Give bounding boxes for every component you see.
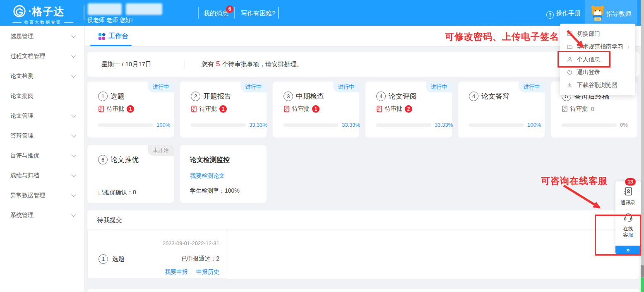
task-cards-row: 进行中 1选题 待审批 1 100% 进行中 2开题报告 待审批 1 33.33…: [87, 82, 637, 138]
chevron-right-icon: ›: [627, 43, 630, 50]
task-card-defense[interactable]: 进行中 4论文答辩 100%: [458, 82, 545, 138]
detect-monitor-card[interactable]: 论文检测监控 我要检测论文 学生检测率：100%: [180, 145, 267, 203]
scrollbar-thumb[interactable]: [641, 265, 644, 278]
header-divider: [278, 7, 279, 19]
logo-text: ·格子达: [28, 5, 64, 18]
sidebar-item-process-docs[interactable]: 过程文档管理: [0, 46, 84, 66]
logo-tagline: 教育大数据专家: [12, 19, 83, 25]
divider: [620, 210, 636, 210]
approval-label: 待审批: [570, 105, 588, 113]
approval-label: 待审批: [385, 105, 402, 113]
menu-item-download-chrome[interactable]: 下载谷歌浏览器: [560, 79, 635, 92]
tab-workbench[interactable]: 工作台: [99, 32, 128, 41]
progress-percent: 33.33%: [342, 122, 360, 128]
step-number: 2: [191, 92, 200, 101]
my-messages-link[interactable]: 我的消息: [204, 10, 228, 17]
approval-row[interactable]: 待审批 1: [191, 105, 227, 113]
sidebar-item-abnormal-data[interactable]: 异常数据管理: [0, 186, 84, 205]
app-logo[interactable]: ·格子达 教育大数据专家: [12, 4, 83, 25]
progress-track: [469, 123, 524, 127]
sidebar-item-label: 过程文档管理: [10, 53, 45, 60]
approval-doc-icon: [562, 106, 568, 112]
step-number: 6: [98, 155, 108, 164]
menu-item-label: 退出登录: [577, 69, 600, 76]
student-detect-rate: 学生检测率：100%: [190, 187, 240, 195]
annotation-service-note: 可咨询在线客服: [541, 175, 608, 187]
declare-link[interactable]: 我要申报: [165, 268, 188, 276]
progress-percent: 0%: [620, 122, 628, 128]
redacted-school-name: [88, 3, 122, 15]
declare-history-link[interactable]: 申报历史: [196, 268, 219, 276]
approval-doc-icon: [191, 106, 197, 112]
sidebar-item-blind-review[interactable]: 盲评与推优: [0, 146, 84, 166]
secondary-cards-row: 未开始 6论文推优 已推优确认：0 论文检测监控 我要检测论文 学生检测率：10…: [87, 145, 267, 203]
task-card-proposal[interactable]: 进行中 2开题报告 待审批 1 33.33%: [180, 82, 267, 138]
task-card-promote[interactable]: 未开始 6论文推优 已推优确认：0: [87, 145, 174, 203]
approval-label: 待审批: [199, 105, 217, 113]
approval-label: 待审批: [107, 105, 124, 113]
progress-track: [98, 123, 153, 127]
scrollbar-track[interactable]: [641, 0, 644, 292]
sidebar-item-grades-archive[interactable]: 成绩与归档: [0, 166, 84, 186]
progress-percent: 33.33%: [435, 122, 453, 128]
mascot-avatar: [590, 5, 605, 21]
status-tag: 进行中: [148, 82, 174, 92]
next-section-peek: [87, 289, 639, 292]
progress-percent: 33.33%: [249, 122, 267, 128]
user-menu-trigger[interactable]: 指导教师: [585, 0, 637, 26]
sidebar-item-system-mgmt[interactable]: 系统管理: [0, 205, 84, 225]
writing-help-link[interactable]: 写作有困难?: [241, 10, 275, 17]
pending-topic-card[interactable]: 2022-09-01-2022-12-31 1选题 已申报通过：2 我要申报 申…: [87, 229, 226, 279]
menu-item-label: 学术规范指南学习: [577, 43, 623, 51]
department-icon: [567, 31, 573, 37]
step-number: 1: [98, 92, 108, 101]
folder-icon: [567, 43, 573, 50]
menu-item-logout[interactable]: 退出登录: [560, 66, 635, 79]
progress-percent: 100%: [156, 122, 170, 128]
passed-count: 已申报通过：2: [181, 255, 219, 263]
approval-count-badge: 1: [127, 105, 134, 113]
step-number: 3: [284, 92, 293, 101]
task-card-midterm[interactable]: 进行中 3中期检查 待审批 1 33.33%: [273, 82, 359, 138]
approval-doc-icon: [376, 106, 382, 112]
sidebar-item-defense-mgmt[interactable]: 答辩管理: [0, 126, 84, 146]
progress-track: [284, 123, 339, 127]
approval-count-badge: 2: [405, 105, 412, 113]
task-card-topic[interactable]: 进行中 1选题 待审批 1 100%: [87, 82, 174, 138]
detect-paper-link[interactable]: 我要检测论文: [190, 172, 225, 180]
chevron-down-icon: [71, 192, 76, 197]
sidebar-item-label: 成绩与归档: [10, 172, 39, 179]
sidebar-item-label: 答辩管理: [10, 132, 34, 140]
annotation-password-note: 可修改密码、上传电子签名: [445, 31, 559, 43]
menu-item-switch-dept[interactable]: 切换部门: [560, 27, 635, 40]
sidebar-item-paper-review[interactable]: 论文批阅: [0, 86, 84, 106]
step-number: 4: [469, 92, 478, 101]
approval-row[interactable]: 待审批 1: [284, 105, 320, 113]
card-title: 论文答辩: [481, 92, 509, 101]
redacted-school-name: [126, 3, 162, 15]
task-card-review[interactable]: 进行中 4论文评阅 待审批 2 33.33%: [365, 82, 452, 138]
chevron-down-icon: [71, 152, 76, 157]
approval-count-badge: 1: [219, 105, 227, 113]
sidebar-item-label: 论文批阅: [10, 92, 34, 100]
status-tag: 未开始: [148, 145, 174, 156]
status-tag: 进行中: [519, 82, 545, 92]
chevron-down-icon: [71, 73, 76, 77]
divider: [185, 60, 185, 69]
chevron-down-icon: [71, 212, 76, 217]
messages-count-badge: 6: [226, 5, 233, 13]
sidebar-item-paper-mgmt[interactable]: 论文管理: [0, 106, 84, 126]
sidebar-item-paper-check[interactable]: 论文检测: [0, 66, 84, 86]
date-text: 星期一 / 10月17日: [101, 60, 151, 68]
logo-swirl-icon: [12, 4, 26, 18]
chevron-down-icon: [71, 33, 76, 38]
pending-approval-count: 5: [216, 60, 220, 68]
approval-row[interactable]: 待审批 0: [562, 105, 594, 113]
approval-row[interactable]: 待审批 2: [376, 105, 412, 113]
manual-link[interactable]: ?操作手册: [546, 10, 581, 19]
sidebar-menu: 选题管理 过程文档管理 论文检测 论文批阅 论文管理 答辩管理 盲评与推优 成绩…: [0, 26, 85, 292]
approval-row[interactable]: 待审批 1: [98, 105, 134, 113]
sidebar-item-topic-mgmt[interactable]: 选题管理: [0, 27, 84, 46]
chevron-down-icon: [71, 133, 76, 137]
header-divider: [234, 7, 235, 19]
